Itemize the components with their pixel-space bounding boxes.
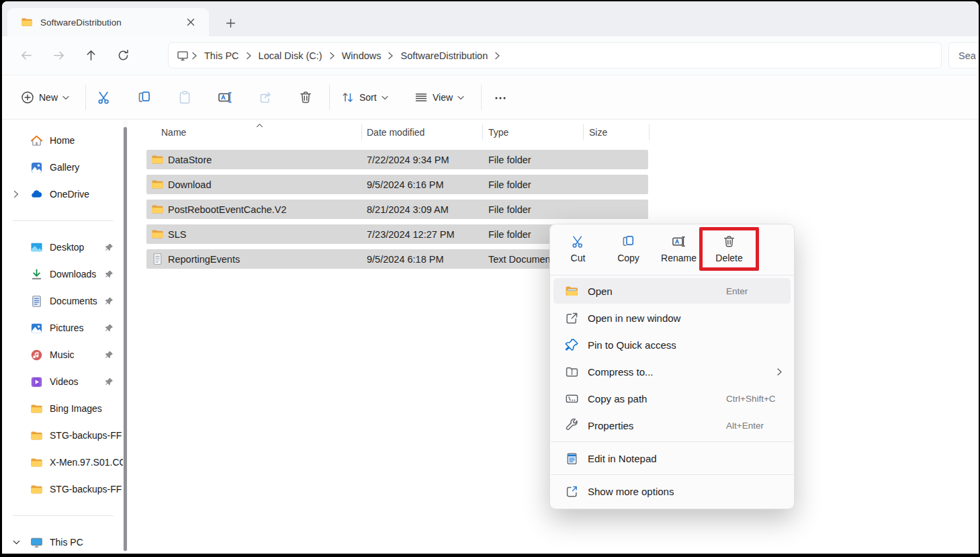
plus-circle-icon xyxy=(21,91,34,104)
navigation-pane: Home Gallery OneDrive Desktop xyxy=(2,120,123,554)
menu-divider xyxy=(551,441,793,442)
column-header-name[interactable]: Name xyxy=(161,127,186,138)
this-pc-icon xyxy=(30,536,43,549)
scrollbar-thumb[interactable] xyxy=(124,127,127,551)
close-tab-icon[interactable] xyxy=(182,13,199,31)
up-button[interactable] xyxy=(75,42,107,69)
toolbar-divider xyxy=(481,85,482,110)
sidebar-item-pictures[interactable]: Pictures xyxy=(2,314,123,341)
address-bar[interactable]: This PC Local Disk (C:) Windows Software… xyxy=(168,42,942,69)
menu-item-properties[interactable]: Properties Alt+Enter xyxy=(550,412,794,439)
sidebar-divider xyxy=(13,515,114,516)
rename-button[interactable] xyxy=(217,89,233,105)
pin-icon xyxy=(105,243,114,252)
chevron-right-icon xyxy=(191,52,197,60)
address-row: This PC Local Disk (C:) Windows Software… xyxy=(2,36,979,75)
file-row-datastore[interactable]: DataStore 7/22/2024 9:34 PM File folder xyxy=(146,150,648,169)
sidebar-item-stg-backups-1[interactable]: STG-backups-FF xyxy=(2,422,123,449)
new-tab-button[interactable] xyxy=(221,15,240,31)
onedrive-icon xyxy=(30,188,43,201)
quick-actions-row: Cut Copy Rename Delete xyxy=(550,224,794,275)
wrench-icon xyxy=(565,419,579,433)
submenu-chevron-icon xyxy=(776,368,783,376)
copy-icon xyxy=(137,90,152,105)
more-options-button[interactable] xyxy=(492,90,508,106)
column-header-type[interactable]: Type xyxy=(488,127,508,138)
pin-icon xyxy=(105,351,114,359)
folder-icon xyxy=(151,153,164,166)
shortcut-label: Enter xyxy=(726,286,748,296)
chevron-down-icon[interactable] xyxy=(13,539,30,546)
column-header-size[interactable]: Size xyxy=(589,127,607,138)
folder-icon xyxy=(151,203,164,216)
rename-menu-button[interactable]: Rename xyxy=(654,227,704,270)
tab-softwaredistribution[interactable]: SoftwareDistribution xyxy=(7,8,209,36)
sort-button[interactable]: Sort xyxy=(341,75,388,120)
sidebar-item-downloads[interactable]: Downloads xyxy=(2,261,123,288)
open-in-new-window-icon xyxy=(565,311,579,325)
delete-button[interactable] xyxy=(298,89,314,105)
menu-item-edit-in-notepad[interactable]: Edit in Notepad xyxy=(550,445,794,472)
folder-icon xyxy=(30,402,43,415)
back-button[interactable] xyxy=(10,42,42,69)
folder-icon xyxy=(30,429,43,442)
sidebar-item-bing-images[interactable]: Bing Images xyxy=(2,395,123,422)
forward-button[interactable] xyxy=(42,42,75,69)
copy-menu-button[interactable]: Copy xyxy=(603,227,654,270)
gallery-icon xyxy=(30,161,43,174)
sidebar-item-videos[interactable]: Videos xyxy=(2,368,123,395)
sidebar-item-home[interactable]: Home xyxy=(2,127,123,154)
pin-icon xyxy=(105,297,114,306)
menu-item-open-in-new-window[interactable]: Open in new window xyxy=(550,304,794,331)
menu-item-copy-as-path[interactable]: Copy as path Ctrl+Shift+C xyxy=(550,385,794,412)
file-row-postrebooteventcache[interactable]: PostRebootEventCache.V2 8/21/2024 3:09 A… xyxy=(146,200,648,219)
sidebar-item-onedrive[interactable]: OneDrive xyxy=(2,181,123,208)
search-input[interactable]: Sea xyxy=(948,42,979,69)
file-row-download[interactable]: Download 9/5/2024 6:16 PM File folder xyxy=(146,175,648,194)
paste-button[interactable] xyxy=(177,89,193,105)
menu-item-pin-to-quick-access[interactable]: Pin to Quick access xyxy=(550,331,794,358)
toolbar-divider xyxy=(85,85,86,110)
file-explorer-window: SoftwareDistribution xyxy=(2,1,979,554)
menu-item-compress-to[interactable]: Compress to... xyxy=(550,358,794,385)
breadcrumb-windows[interactable]: Windows xyxy=(338,48,386,63)
sort-icon xyxy=(341,91,355,104)
toolbar-divider xyxy=(329,85,330,110)
chevron-down-icon xyxy=(457,95,464,100)
chevron-right-icon[interactable] xyxy=(13,190,30,198)
sidebar-item-this-pc[interactable]: This PC xyxy=(2,529,123,554)
rename-icon xyxy=(218,90,232,105)
view-button[interactable]: View xyxy=(414,75,464,120)
menu-item-open[interactable]: Open Enter xyxy=(550,277,794,304)
new-button[interactable]: New xyxy=(21,75,69,120)
delete-menu-button[interactable]: Delete xyxy=(704,227,754,270)
sidebar-item-desktop[interactable]: Desktop xyxy=(2,234,123,261)
sidebar-item-music[interactable]: Music xyxy=(2,341,123,368)
chevron-right-icon xyxy=(246,52,252,60)
column-header-date-modified[interactable]: Date modified xyxy=(367,127,425,138)
menu-divider xyxy=(550,275,794,275)
copy-as-path-icon xyxy=(565,392,579,406)
tab-bar: SoftwareDistribution xyxy=(2,1,979,36)
sidebar-item-documents[interactable]: Documents xyxy=(2,288,123,314)
shortcut-label: Alt+Enter xyxy=(726,421,764,431)
sidebar-item-xmen[interactable]: X-Men.97.S01.CO xyxy=(2,449,123,476)
tab-title: SoftwareDistribution xyxy=(40,17,182,28)
breadcrumb-softwaredistribution[interactable]: SoftwareDistribution xyxy=(396,48,492,63)
menu-item-show-more-options[interactable]: Show more options xyxy=(550,478,794,505)
refresh-button[interactable] xyxy=(107,42,139,69)
menu-divider xyxy=(551,474,793,475)
copy-button[interactable] xyxy=(136,89,152,105)
clipboard-icon xyxy=(177,90,192,105)
sidebar-item-stg-backups-2[interactable]: STG-backups-FF xyxy=(2,476,123,503)
cut-menu-button[interactable]: Cut xyxy=(553,227,603,270)
new-label: New xyxy=(39,92,58,103)
sidebar-scrollbar[interactable] xyxy=(123,120,128,554)
cut-button[interactable] xyxy=(96,89,112,105)
sidebar-item-gallery[interactable]: Gallery xyxy=(2,154,123,181)
breadcrumb-local-disk[interactable]: Local Disk (C:) xyxy=(255,48,326,63)
breadcrumb-this-pc[interactable]: This PC xyxy=(200,48,243,63)
share-icon xyxy=(258,90,273,105)
share-button[interactable] xyxy=(257,89,273,105)
desktop-icon xyxy=(30,241,43,254)
